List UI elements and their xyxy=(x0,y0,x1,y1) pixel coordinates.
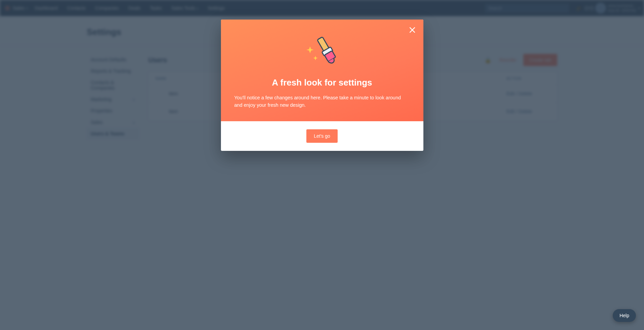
lets-go-button[interactable]: Let's go xyxy=(306,129,338,143)
help-fab[interactable]: Help xyxy=(613,309,636,322)
modal-overlay: A fresh look for settings You'll notice … xyxy=(0,0,644,330)
modal-title: A fresh look for settings xyxy=(234,77,410,88)
paintbrush-illustration xyxy=(234,36,410,69)
intro-modal: A fresh look for settings You'll notice … xyxy=(221,20,423,151)
close-icon xyxy=(408,26,417,34)
modal-body: You'll notice a few changes around here.… xyxy=(234,94,410,109)
close-button[interactable] xyxy=(408,26,417,34)
svg-marker-14 xyxy=(306,46,314,53)
svg-marker-15 xyxy=(313,56,318,60)
